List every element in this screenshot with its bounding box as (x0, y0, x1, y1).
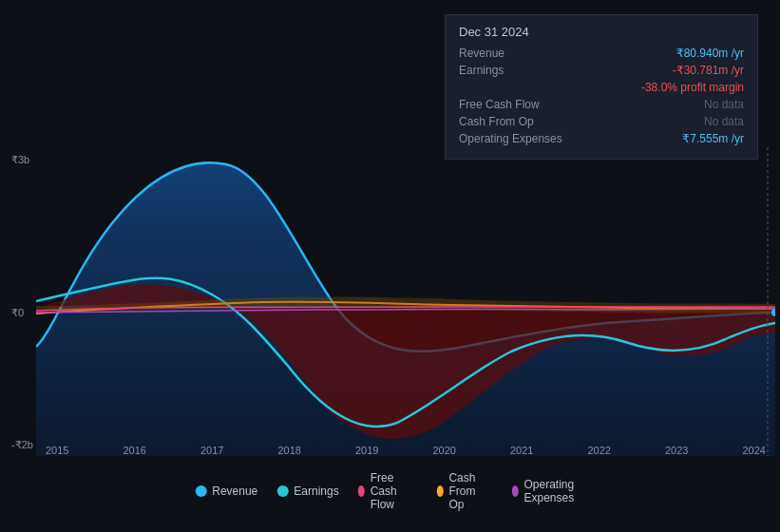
legend-label-fcf: Free Cash Flow (371, 471, 418, 511)
x-label-2022: 2022 (588, 445, 611, 456)
tooltip-label-fcf: Free Cash Flow (459, 98, 563, 111)
tooltip-value-margin: -38.0% profit margin (641, 81, 744, 94)
tooltip-label-cashfromop: Cash From Op (459, 115, 563, 128)
legend-dot-earnings (276, 485, 288, 497)
tooltip-value-cashfromop: No data (704, 115, 744, 128)
legend-label-revenue: Revenue (212, 484, 257, 498)
x-label-2024: 2024 (743, 445, 766, 456)
legend-dot-revenue (195, 485, 206, 497)
legend-dot-cashfromop (436, 485, 443, 497)
legend-item-opex[interactable]: Operating Expenses (511, 478, 584, 504)
x-label-2016: 2016 (124, 445, 146, 456)
tooltip-row-cashfromop: Cash From Op No data (459, 115, 744, 128)
legend-item-revenue[interactable]: Revenue (195, 484, 257, 498)
x-label-2023: 2023 (665, 445, 688, 456)
tooltip-label-earnings: Earnings (459, 64, 563, 77)
x-axis: 2015 2016 2017 2018 2019 2020 2021 2022 … (36, 445, 775, 456)
tooltip-row-opex: Operating Expenses ₹7.555m /yr (459, 132, 744, 145)
x-label-2018: 2018 (278, 445, 301, 456)
x-label-2019: 2019 (355, 445, 378, 456)
tooltip-value-opex: ₹7.555m /yr (682, 132, 744, 145)
tooltip-row-fcf: Free Cash Flow No data (459, 98, 744, 111)
tooltip-row-revenue: Revenue ₹80.940m /yr (459, 47, 744, 60)
tooltip-value-revenue: ₹80.940m /yr (676, 47, 744, 60)
x-label-2020: 2020 (433, 445, 456, 456)
legend-label-cashfromop: Cash From Op (448, 471, 492, 511)
tooltip-date: Dec 31 2024 (459, 25, 744, 39)
tooltip-value-earnings: -₹30.781m /yr (673, 64, 744, 77)
tooltip-label-revenue: Revenue (459, 47, 563, 60)
tooltip-row-earnings: Earnings -₹30.781m /yr (459, 64, 744, 77)
x-label-2017: 2017 (200, 445, 223, 456)
x-label-2015: 2015 (46, 445, 68, 456)
y-label-mid: ₹0 (11, 307, 24, 319)
tooltip-box: Dec 31 2024 Revenue ₹80.940m /yr Earning… (445, 14, 758, 160)
tooltip-label-opex: Operating Expenses (459, 132, 563, 145)
chart-container: Dec 31 2024 Revenue ₹80.940m /yr Earning… (0, 0, 780, 532)
tooltip-value-fcf: No data (704, 98, 744, 111)
legend-item-cashfromop[interactable]: Cash From Op (436, 471, 492, 511)
tooltip-label-margin (459, 81, 563, 94)
legend-item-earnings[interactable]: Earnings (276, 484, 338, 498)
chart-svg (36, 147, 775, 456)
x-label-2021: 2021 (510, 445, 533, 456)
chart-legend: Revenue Earnings Free Cash Flow Cash Fro… (195, 471, 585, 511)
legend-dot-opex (511, 485, 518, 497)
legend-label-earnings: Earnings (294, 484, 338, 498)
y-label-bot: -₹2b (11, 439, 33, 451)
y-label-top: ₹3b (11, 154, 29, 166)
legend-item-fcf[interactable]: Free Cash Flow (358, 471, 418, 511)
legend-dot-fcf (358, 485, 365, 497)
tooltip-row-margin: -38.0% profit margin (459, 81, 744, 94)
legend-label-opex: Operating Expenses (523, 478, 584, 504)
